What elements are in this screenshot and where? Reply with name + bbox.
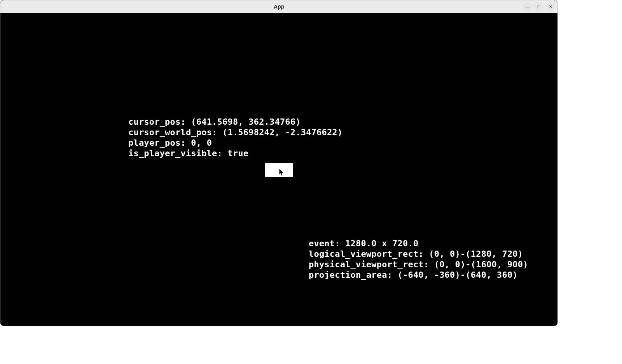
debug-overlay-bottom: event: 1280.0 x 720.0 logical_viewport_r… <box>309 228 528 280</box>
maximize-button[interactable]: □ <box>534 2 543 11</box>
physical-viewport-line: physical_viewport_rect: (0, 0)-(1600, 90… <box>309 260 528 269</box>
is-player-visible-line: is_player_visible: true <box>128 148 248 158</box>
close-icon: ✕ <box>549 4 552 9</box>
app-window: App ― □ ✕ cursor_pos: (641.5698, 362.347… <box>0 0 558 326</box>
window-controls: ― □ ✕ <box>522 2 555 11</box>
window-title: App <box>274 3 284 10</box>
projection-area-line: projection_area: (-640, -360)-(640, 360) <box>309 270 518 280</box>
event-line: event: 1280.0 x 720.0 <box>309 239 418 248</box>
logical-viewport-line: logical_viewport_rect: (0, 0)-(1280, 720… <box>309 249 523 259</box>
cursor-world-pos-line: cursor_world_pos: (1.5698242, -2.3476622… <box>128 127 342 137</box>
debug-overlay-top: cursor_pos: (641.5698, 362.34766) cursor… <box>128 106 342 158</box>
player-pos-line: player_pos: 0, 0 <box>128 138 212 148</box>
close-button[interactable]: ✕ <box>546 2 555 11</box>
titlebar[interactable]: App ― □ ✕ <box>0 0 557 13</box>
cursor-pos-line: cursor_pos: (641.5698, 362.34766) <box>128 117 301 127</box>
minimize-button[interactable]: ― <box>522 2 532 11</box>
cursor-icon <box>279 169 284 176</box>
game-viewport[interactable]: cursor_pos: (641.5698, 362.34766) cursor… <box>0 13 557 326</box>
maximize-icon: □ <box>538 4 540 9</box>
minimize-icon: ― <box>525 4 529 9</box>
